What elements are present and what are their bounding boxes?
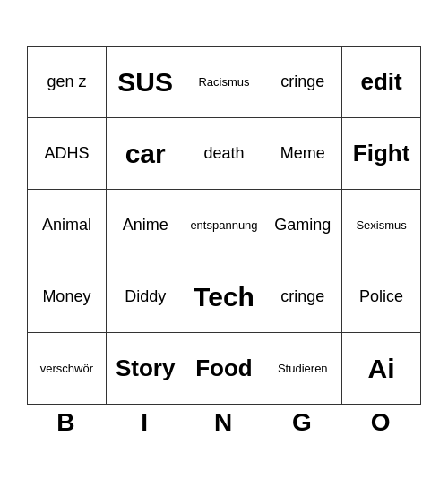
bingo-cell-2-4: Sexismus <box>342 190 421 261</box>
bingo-cell-0-1: SUS <box>106 47 185 118</box>
bingo-cell-3-3: cringe <box>263 261 342 333</box>
bingo-cell-0-0: gen z <box>28 47 107 118</box>
bingo-cell-4-2: Food <box>185 333 263 405</box>
bingo-cell-1-0: ADHS <box>28 118 107 190</box>
header-cell-o: O <box>342 405 421 441</box>
bingo-cell-2-1: Anime <box>106 190 185 261</box>
bingo-row-0: gen zSUSRacismuscringeedit <box>28 47 421 118</box>
bingo-cell-2-0: Animal <box>28 190 107 261</box>
bingo-cell-1-1: car <box>106 118 185 190</box>
bingo-cell-2-2: entspannung <box>185 190 263 261</box>
bingo-cell-3-0: Money <box>28 261 107 333</box>
bingo-cell-1-2: death <box>185 118 263 190</box>
bingo-row-3: MoneyDiddyTechcringePolice <box>28 261 421 333</box>
bingo-cell-1-3: Meme <box>263 118 342 190</box>
bingo-row-2: AnimalAnimeentspannungGamingSexismus <box>28 190 421 261</box>
bingo-table: gen zSUSRacismuscringeeditADHScardeathMe… <box>27 47 421 441</box>
header-cell-n: N <box>185 405 263 441</box>
bingo-board: gen zSUSRacismuscringeeditADHScardeathMe… <box>18 38 430 450</box>
bingo-cell-2-3: Gaming <box>263 190 342 261</box>
bingo-cell-3-1: Diddy <box>106 261 185 333</box>
header-cell-g: G <box>263 405 342 441</box>
bingo-row-4: verschwörStoryFoodStudierenAi <box>28 333 421 405</box>
header-cell-i: I <box>106 405 185 441</box>
bingo-cell-4-3: Studieren <box>263 333 342 405</box>
bingo-cell-0-2: Racismus <box>185 47 263 118</box>
bingo-cell-3-4: Police <box>342 261 421 333</box>
bingo-cell-0-3: cringe <box>263 47 342 118</box>
bingo-cell-3-2: Tech <box>185 261 263 333</box>
bingo-cell-0-4: edit <box>342 47 421 118</box>
header-cell-b: B <box>28 405 107 441</box>
bingo-row-1: ADHScardeathMemeFight <box>28 118 421 190</box>
header-row: BINGO <box>28 405 421 441</box>
bingo-cell-4-4: Ai <box>342 333 421 405</box>
bingo-cell-4-0: verschwör <box>28 333 107 405</box>
bingo-cell-4-1: Story <box>106 333 185 405</box>
bingo-cell-1-4: Fight <box>342 118 421 190</box>
